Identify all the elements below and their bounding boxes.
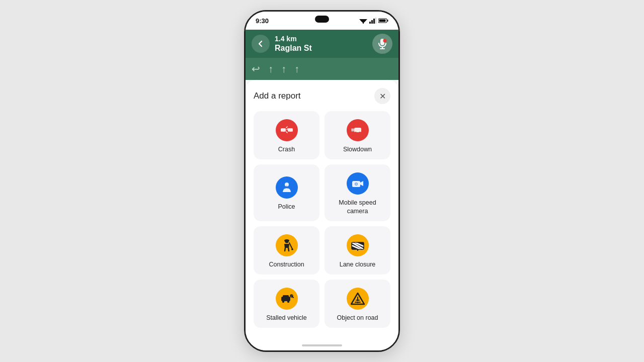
svg-line-21 — [287, 129, 288, 130]
svg-point-13 — [383, 39, 387, 43]
crash-label: Crash — [278, 145, 295, 153]
svg-line-22 — [286, 132, 287, 133]
svg-point-19 — [290, 132, 292, 133]
svg-rect-6 — [375, 18, 376, 24]
svg-point-33 — [355, 184, 357, 185]
svg-point-18 — [288, 132, 290, 133]
svg-line-40 — [288, 248, 289, 251]
svg-line-20 — [286, 127, 287, 128]
map-street: Raglan St — [275, 43, 367, 53]
construction-icon — [276, 234, 298, 256]
lane-closure-label: Lane closure — [340, 260, 376, 268]
home-bar — [302, 344, 342, 346]
up-arrow-2-icon: ↑ — [281, 63, 286, 75]
object-on-road-icon — [347, 288, 369, 310]
status-bar: 9:30 — [246, 12, 398, 30]
report-item-construction[interactable]: Construction — [254, 226, 319, 275]
up-arrow-1-icon: ↑ — [268, 63, 273, 75]
svg-line-37 — [289, 243, 292, 249]
report-item-lane-closure[interactable]: Lane closure — [325, 226, 390, 275]
stalled-vehicle-label: Stalled vehicle — [266, 314, 307, 322]
notch — [315, 16, 329, 23]
svg-rect-3 — [369, 22, 371, 24]
report-item-police[interactable]: Police — [254, 164, 319, 221]
svg-rect-15 — [288, 128, 293, 132]
construction-label: Construction — [269, 260, 304, 268]
svg-point-25 — [359, 132, 361, 134]
wifi-icon — [359, 18, 367, 24]
slowdown-label: Slowdown — [343, 145, 372, 153]
mic-button[interactable] — [372, 34, 392, 54]
map-nav-bar: 1.4 km Raglan St — [246, 30, 398, 58]
svg-marker-31 — [360, 181, 363, 186]
svg-rect-14 — [281, 128, 286, 132]
map-distance: 1.4 km — [275, 35, 367, 43]
mobile-speed-camera-label: Mobile speed camera — [329, 199, 386, 215]
report-item-crash[interactable]: Crash — [254, 111, 319, 159]
svg-rect-9 — [379, 20, 386, 22]
svg-rect-8 — [387, 20, 388, 22]
phone-shell: 9:30 — [244, 10, 400, 352]
svg-point-38 — [291, 248, 293, 250]
left-arrow-icon: ↩ — [252, 63, 260, 75]
sheet-header: Add a report ✕ — [254, 88, 390, 104]
svg-rect-48 — [283, 295, 289, 298]
svg-line-39 — [285, 248, 285, 251]
svg-rect-5 — [373, 19, 375, 24]
map-arrows-row: ↩ ↑ ↑ ↑ — [246, 58, 398, 80]
crash-icon — [276, 119, 298, 141]
lane-closure-icon — [347, 234, 369, 256]
svg-point-17 — [283, 132, 285, 133]
police-label: Police — [278, 203, 295, 211]
slowdown-icon — [347, 119, 369, 141]
close-button[interactable]: ✕ — [374, 88, 390, 104]
map-nav-info: 1.4 km Raglan St — [275, 35, 367, 53]
svg-point-50 — [287, 301, 289, 303]
stalled-vehicle-icon — [276, 288, 298, 310]
mobile-speed-camera-icon — [347, 172, 369, 195]
svg-rect-36 — [285, 240, 289, 241]
report-grid: Crash Slowdown — [254, 111, 390, 336]
report-item-mobile-speed-camera[interactable]: Mobile speed camera — [325, 164, 390, 221]
up-arrow-3-icon: ↑ — [294, 63, 299, 75]
report-item-stalled-vehicle[interactable]: Stalled vehicle — [254, 280, 319, 328]
svg-point-49 — [282, 301, 284, 303]
svg-rect-23 — [354, 128, 361, 132]
signal-icon — [369, 18, 376, 24]
svg-point-16 — [281, 132, 283, 133]
home-indicator — [246, 340, 398, 350]
police-icon — [276, 176, 298, 199]
status-icons — [359, 18, 388, 24]
status-time: 9:30 — [256, 17, 269, 25]
battery-icon — [378, 18, 388, 23]
map-area: 1.4 km Raglan St ↩ ↑ ↑ ↑ — [246, 30, 398, 80]
svg-rect-4 — [371, 20, 373, 24]
report-item-slowdown[interactable]: Slowdown — [325, 111, 390, 159]
report-item-object-on-road[interactable]: Object on road — [325, 280, 390, 328]
sheet-title: Add a report — [254, 91, 301, 101]
bottom-sheet: Add a report ✕ — [246, 80, 398, 340]
object-on-road-label: Object on road — [337, 314, 378, 322]
svg-point-24 — [355, 132, 357, 134]
svg-point-57 — [357, 302, 358, 303]
map-back-arrow[interactable] — [252, 35, 270, 53]
